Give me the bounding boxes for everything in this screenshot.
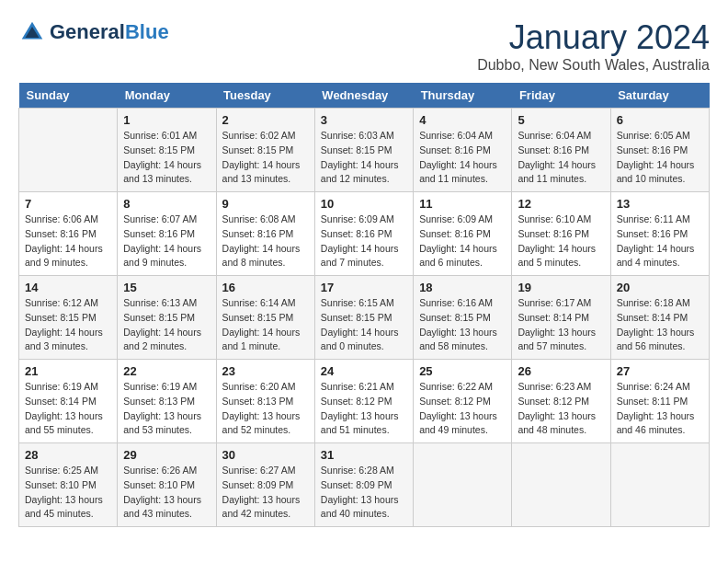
calendar-day-cell: 21Sunrise: 6:19 AMSunset: 8:14 PMDayligh… [19,360,118,443]
day-number: 16 [222,281,309,294]
day-number: 23 [222,364,309,378]
weekday-header: Thursday [414,83,512,109]
weekday-header: Friday [512,83,610,109]
day-number: 10 [321,197,407,211]
day-info: Sunrise: 6:21 AMSunset: 8:12 PMDaylight:… [321,380,407,438]
weekday-header: Sunday [19,83,118,109]
day-number: 24 [321,364,407,378]
day-info: Sunrise: 6:09 AMSunset: 8:16 PMDaylight:… [419,213,506,270]
calendar-day-cell: 9Sunrise: 6:08 AMSunset: 8:16 PMDaylight… [216,192,314,276]
weekday-header: Tuesday [216,83,314,109]
calendar-day-cell [414,443,512,527]
day-info: Sunrise: 6:04 AMSunset: 8:16 PMDaylight:… [419,129,506,187]
logo-text: GeneralBlue [50,21,169,43]
calendar-day-cell: 28Sunrise: 6:25 AMSunset: 8:10 PMDayligh… [19,443,118,527]
calendar-day-cell: 6Sunrise: 6:05 AMSunset: 8:16 PMDaylight… [610,109,709,192]
calendar-day-cell: 11Sunrise: 6:09 AMSunset: 8:16 PMDayligh… [414,192,512,276]
day-info: Sunrise: 6:25 AMSunset: 8:10 PMDaylight:… [25,464,111,522]
calendar-day-cell: 2Sunrise: 6:02 AMSunset: 8:15 PMDaylight… [216,109,314,192]
calendar-day-cell: 1Sunrise: 6:01 AMSunset: 8:15 PMDaylight… [118,109,216,192]
day-info: Sunrise: 6:27 AMSunset: 8:09 PMDaylight:… [222,464,309,522]
page-header: GeneralBlue January 2024 Dubbo, New Sout… [18,18,710,74]
day-info: Sunrise: 6:03 AMSunset: 8:15 PMDaylight:… [321,129,407,187]
title-block: January 2024 Dubbo, New South Wales, Aus… [477,18,710,74]
month-title: January 2024 [477,18,710,57]
calendar-day-cell: 7Sunrise: 6:06 AMSunset: 8:16 PMDaylight… [19,192,118,276]
day-info: Sunrise: 6:24 AMSunset: 8:11 PMDaylight:… [617,380,703,438]
calendar-day-cell: 12Sunrise: 6:10 AMSunset: 8:16 PMDayligh… [512,192,610,276]
day-number: 4 [419,113,506,127]
calendar-day-cell: 3Sunrise: 6:03 AMSunset: 8:15 PMDaylight… [314,109,413,192]
day-info: Sunrise: 6:06 AMSunset: 8:16 PMDaylight:… [25,213,111,270]
day-info: Sunrise: 6:08 AMSunset: 8:16 PMDaylight:… [222,213,309,270]
day-info: Sunrise: 6:26 AMSunset: 8:10 PMDaylight:… [123,464,210,522]
day-info: Sunrise: 6:14 AMSunset: 8:15 PMDaylight:… [222,296,309,354]
calendar-day-cell: 24Sunrise: 6:21 AMSunset: 8:12 PMDayligh… [314,360,413,443]
calendar-day-cell: 30Sunrise: 6:27 AMSunset: 8:09 PMDayligh… [216,443,314,527]
location-subtitle: Dubbo, New South Wales, Australia [477,57,710,74]
calendar-day-cell: 15Sunrise: 6:13 AMSunset: 8:15 PMDayligh… [118,276,216,360]
calendar-day-cell: 22Sunrise: 6:19 AMSunset: 8:13 PMDayligh… [118,360,216,443]
day-number: 6 [617,113,703,127]
day-number: 8 [123,197,210,211]
day-number: 11 [419,197,506,211]
day-info: Sunrise: 6:12 AMSunset: 8:15 PMDaylight:… [25,296,111,354]
day-info: Sunrise: 6:07 AMSunset: 8:16 PMDaylight:… [123,213,210,270]
calendar-day-cell: 26Sunrise: 6:23 AMSunset: 8:12 PMDayligh… [512,360,610,443]
day-info: Sunrise: 6:05 AMSunset: 8:16 PMDaylight:… [617,129,703,187]
day-info: Sunrise: 6:18 AMSunset: 8:14 PMDaylight:… [617,296,703,354]
day-info: Sunrise: 6:04 AMSunset: 8:16 PMDaylight:… [518,129,604,187]
calendar-day-cell: 18Sunrise: 6:16 AMSunset: 8:15 PMDayligh… [414,276,512,360]
calendar-day-cell: 16Sunrise: 6:14 AMSunset: 8:15 PMDayligh… [216,276,314,360]
calendar-day-cell: 20Sunrise: 6:18 AMSunset: 8:14 PMDayligh… [610,276,709,360]
calendar-day-cell: 25Sunrise: 6:22 AMSunset: 8:12 PMDayligh… [414,360,512,443]
day-info: Sunrise: 6:11 AMSunset: 8:16 PMDaylight:… [617,213,703,270]
calendar-day-cell [19,109,118,192]
day-info: Sunrise: 6:20 AMSunset: 8:13 PMDaylight:… [222,380,309,438]
day-info: Sunrise: 6:01 AMSunset: 8:15 PMDaylight:… [123,129,210,187]
day-number: 19 [518,281,604,294]
day-info: Sunrise: 6:16 AMSunset: 8:15 PMDaylight:… [419,296,506,354]
calendar-day-cell: 10Sunrise: 6:09 AMSunset: 8:16 PMDayligh… [314,192,413,276]
calendar-day-cell: 19Sunrise: 6:17 AMSunset: 8:14 PMDayligh… [512,276,610,360]
day-number: 29 [123,448,210,462]
weekday-header: Wednesday [314,83,413,109]
calendar-day-cell: 4Sunrise: 6:04 AMSunset: 8:16 PMDaylight… [414,109,512,192]
calendar-header-row: SundayMondayTuesdayWednesdayThursdayFrid… [19,83,710,109]
calendar-day-cell [610,443,709,527]
calendar-day-cell: 31Sunrise: 6:28 AMSunset: 8:09 PMDayligh… [314,443,413,527]
calendar-day-cell: 23Sunrise: 6:20 AMSunset: 8:13 PMDayligh… [216,360,314,443]
day-number: 30 [222,448,309,462]
calendar-week-row: 7Sunrise: 6:06 AMSunset: 8:16 PMDaylight… [19,192,710,276]
calendar-week-row: 14Sunrise: 6:12 AMSunset: 8:15 PMDayligh… [19,276,710,360]
calendar-week-row: 1Sunrise: 6:01 AMSunset: 8:15 PMDaylight… [19,109,710,192]
calendar-week-row: 21Sunrise: 6:19 AMSunset: 8:14 PMDayligh… [19,360,710,443]
calendar-day-cell: 29Sunrise: 6:26 AMSunset: 8:10 PMDayligh… [118,443,216,527]
day-info: Sunrise: 6:13 AMSunset: 8:15 PMDaylight:… [123,296,210,354]
day-number: 13 [617,197,703,211]
day-info: Sunrise: 6:02 AMSunset: 8:15 PMDaylight:… [222,129,309,187]
day-info: Sunrise: 6:19 AMSunset: 8:14 PMDaylight:… [25,380,111,438]
day-number: 25 [419,364,506,378]
day-number: 21 [25,364,111,378]
day-number: 9 [222,197,309,211]
logo: GeneralBlue [18,18,169,46]
calendar-day-cell [512,443,610,527]
day-number: 22 [123,364,210,378]
logo-icon [18,18,46,46]
day-number: 27 [617,364,703,378]
calendar-day-cell: 14Sunrise: 6:12 AMSunset: 8:15 PMDayligh… [19,276,118,360]
day-info: Sunrise: 6:15 AMSunset: 8:15 PMDaylight:… [321,296,407,354]
day-number: 20 [617,281,703,294]
day-info: Sunrise: 6:23 AMSunset: 8:12 PMDaylight:… [518,380,604,438]
day-info: Sunrise: 6:17 AMSunset: 8:14 PMDaylight:… [518,296,604,354]
day-number: 3 [321,113,407,127]
day-info: Sunrise: 6:09 AMSunset: 8:16 PMDaylight:… [321,213,407,270]
day-number: 5 [518,113,604,127]
calendar-day-cell: 13Sunrise: 6:11 AMSunset: 8:16 PMDayligh… [610,192,709,276]
day-number: 12 [518,197,604,211]
day-number: 28 [25,448,111,462]
day-info: Sunrise: 6:19 AMSunset: 8:13 PMDaylight:… [123,380,210,438]
day-number: 14 [25,281,111,294]
day-number: 15 [123,281,210,294]
